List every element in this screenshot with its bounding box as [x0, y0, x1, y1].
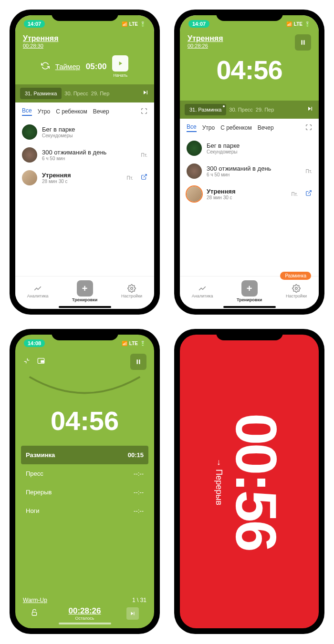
next-button[interactable] — [126, 607, 139, 620]
footer: Warm-Up 1 \ 31 00:28:26 Осталось — [15, 592, 154, 628]
nav-analytics[interactable]: Аналитика — [192, 284, 213, 298]
filter-child[interactable]: С ребенком — [56, 108, 87, 115]
fullscreen-icon[interactable] — [141, 108, 147, 116]
item-sub: 28 мин 30 с — [207, 195, 287, 200]
phone-1: 14:07 📶 LTE 🔋 Утренняя 00:28:30 Таймер 0… — [10, 10, 160, 315]
battery-icon: 🔋 — [140, 21, 146, 27]
bottom-nav: Разминка Аналитика + Тренировки Настройк… — [180, 276, 319, 304]
list-item[interactable]: Утренняя 28 мин 30 с Пт. — [15, 166, 154, 189]
workout-header: Утренняя 00:28:26 04:56 — [180, 32, 319, 101]
phone-3: 14:08 📶 LTE 🔋 — [10, 329, 160, 634]
exercise-row[interactable]: Пресс --:-- — [21, 464, 148, 483]
phone-4: 00:56 → Перерыв — [174, 329, 324, 634]
filter-child[interactable]: С ребенком — [220, 124, 252, 131]
pause-button[interactable] — [295, 34, 311, 51]
list-item[interactable]: 300 отжиманий в день 6 ч 50 мин Пт. — [180, 160, 319, 183]
timer-label[interactable]: Таймер — [55, 62, 80, 71]
tab-3[interactable]: 29. Пер — [91, 91, 110, 96]
workout-duration[interactable]: 00:28:26 — [188, 43, 223, 49]
home-indicator[interactable] — [59, 623, 111, 624]
filter-all[interactable]: Все — [22, 107, 32, 116]
active-badge[interactable]: Разминка — [280, 272, 311, 280]
add-button[interactable]: + — [77, 280, 93, 296]
avatar — [22, 147, 37, 163]
nav-settings[interactable]: Настройки — [286, 284, 307, 298]
skip-forward-icon[interactable] — [142, 89, 149, 98]
rest-screen[interactable]: 00:56 → Перерыв — [180, 335, 319, 628]
phase-label[interactable]: Warm-Up — [23, 597, 47, 603]
signal-icon: 📶 — [286, 21, 292, 27]
item-title: 300 отжиманий в день — [42, 149, 136, 156]
filter-all[interactable]: Все — [187, 123, 197, 132]
timer-value: 05:00 — [86, 62, 106, 72]
item-sub: 6 ч 50 мин — [42, 156, 136, 161]
svg-rect-3 — [41, 360, 43, 362]
nav-workouts[interactable]: + Тренировки — [72, 280, 97, 302]
item-title: Бег в парке — [207, 142, 312, 149]
notch — [52, 329, 118, 340]
home-indicator[interactable] — [223, 306, 276, 308]
tab-active[interactable]: 31. Разминка — [20, 88, 62, 99]
phone-2: 14:07 📶 LTE 🔋 Утренняя 00:28:26 — [174, 10, 324, 315]
item-sub: 28 мин 30 с — [42, 179, 122, 184]
avatar — [187, 186, 202, 202]
workout-duration[interactable]: 00:28:30 — [23, 43, 146, 49]
skip-forward-icon[interactable] — [306, 105, 314, 114]
item-sub: 6 ч 50 мин — [207, 172, 301, 177]
exercise-row[interactable]: Перерыв --:-- — [21, 483, 148, 501]
exercise-name: Разминка — [26, 451, 55, 459]
exercise-tabs: 31. Разминка 30. Пресс 29. Пер — [180, 101, 319, 119]
exercise-time: 00:15 — [128, 451, 144, 459]
add-button[interactable]: + — [241, 280, 258, 296]
svg-rect-4 — [32, 612, 36, 615]
item-title: Утренняя — [207, 188, 287, 195]
exercise-name: Пресс — [26, 470, 43, 477]
minimize-icon[interactable] — [23, 357, 31, 367]
remaining-label: Осталось — [68, 616, 101, 621]
home-indicator[interactable] — [59, 306, 111, 308]
filter-evening[interactable]: Вечер — [258, 124, 274, 131]
pause-button[interactable] — [130, 354, 146, 370]
lock-icon[interactable] — [31, 609, 38, 618]
item-title: Бег в парке — [42, 126, 147, 133]
rest-timer: 00:56 — [228, 413, 285, 550]
avatar — [187, 141, 202, 156]
filter-evening[interactable]: Вечер — [93, 108, 109, 115]
play-button[interactable] — [112, 55, 128, 72]
avatar — [22, 170, 37, 185]
workout-title[interactable]: Утренняя — [23, 34, 146, 43]
tab-3[interactable]: 29. Пер — [256, 107, 274, 112]
exercise-row[interactable]: Разминка 00:15 — [21, 446, 148, 464]
play-label: Начать — [114, 73, 128, 78]
tab-active[interactable]: 31. Разминка — [185, 104, 226, 115]
exercise-time: --:-- — [134, 489, 144, 496]
exercise-time: --:-- — [134, 507, 144, 514]
status-indicators: 📶 LTE 🔋 — [286, 21, 310, 27]
tab-2[interactable]: 30. Пресс — [229, 107, 253, 112]
exercise-row[interactable]: Ноги --:-- — [21, 501, 148, 520]
open-icon[interactable] — [141, 174, 147, 182]
filter-bar: Все Утро С ребенком Вечер — [15, 102, 154, 121]
open-icon[interactable] — [305, 190, 312, 198]
nav-settings[interactable]: Настройки — [121, 284, 142, 298]
nav-workouts[interactable]: + Тренировки — [237, 280, 262, 302]
item-meta: Пт. — [306, 169, 312, 174]
exercise-name: Перерыв — [26, 489, 52, 496]
list-item[interactable]: 300 отжиманий в день 6 ч 50 мин Пт. — [15, 143, 154, 166]
item-title: Утренняя — [42, 172, 122, 179]
refresh-icon[interactable] — [41, 61, 50, 72]
countdown-timer: 04:56 — [188, 51, 311, 94]
list-item[interactable]: Бег в парке Секундомеры — [180, 137, 319, 160]
workout-title[interactable]: Утренняя — [188, 34, 223, 43]
filter-morning[interactable]: Утро — [202, 124, 215, 131]
signal-icon: 📶 — [122, 21, 127, 27]
exercise-tabs: 31. Разминка 30. Пресс 29. Пер — [15, 84, 154, 102]
list-item[interactable]: Утренняя 28 мин 30 с Пт. — [180, 183, 319, 205]
picture-in-picture-icon[interactable] — [37, 357, 45, 367]
fullscreen-icon[interactable] — [305, 124, 312, 132]
list-item[interactable]: Бег в парке Секундомеры — [15, 121, 154, 143]
nav-analytics[interactable]: Аналитика — [27, 284, 49, 298]
tab-2[interactable]: 30. Пресс — [64, 91, 88, 96]
filter-morning[interactable]: Утро — [38, 108, 50, 115]
item-sub: Секундомеры — [42, 133, 147, 138]
